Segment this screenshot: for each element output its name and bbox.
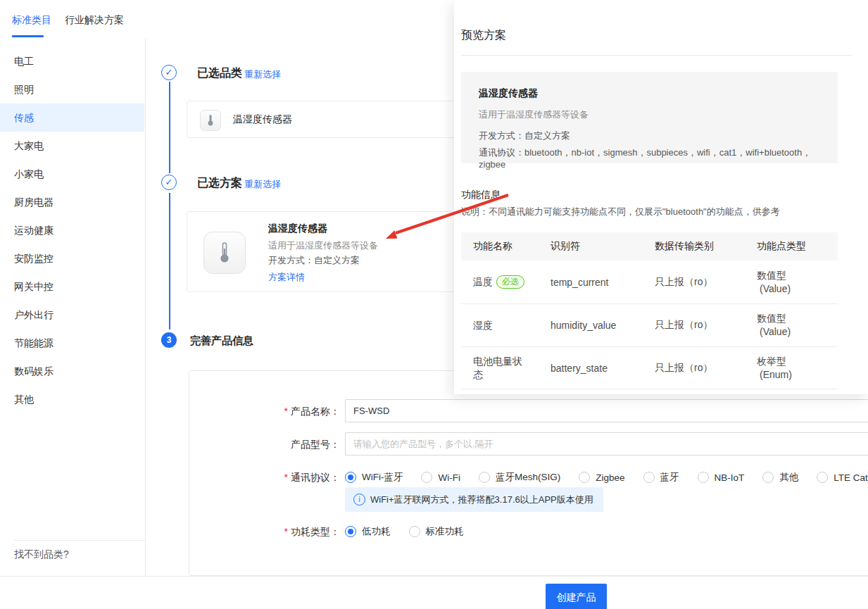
sidebar-item-large-appliance[interactable]: 大家电 bbox=[0, 132, 144, 160]
table-row: 电池电量状态 battery_state 只上报（ro） 枚举型(Enum) bbox=[461, 347, 838, 389]
protocol-label: *通讯协议： bbox=[213, 472, 340, 484]
function-info-title: 功能信息 bbox=[461, 189, 501, 201]
solution-dev-mode: 开发方式：自定义方案 bbox=[268, 254, 360, 267]
type-cell: 枚举型(Enum) bbox=[757, 355, 838, 382]
identifier-cell: battery_state bbox=[551, 363, 655, 374]
radio-bluetooth[interactable]: 蓝牙 bbox=[643, 471, 679, 484]
info-icon: i bbox=[353, 494, 365, 506]
sidebar-item-energy[interactable]: 节能能源 bbox=[0, 329, 144, 357]
radio-icon[interactable] bbox=[698, 472, 709, 483]
tab-standard-category[interactable]: 标准类目 bbox=[12, 14, 51, 27]
sidebar-item-sensor[interactable]: 传感 bbox=[0, 103, 144, 132]
radio-nbiot[interactable]: NB-IoT bbox=[698, 472, 745, 483]
preview-dev-mode: 开发方式：自定义方案 bbox=[479, 130, 838, 142]
sidebar-item-other[interactable]: 其他 bbox=[0, 385, 144, 413]
type-cell: 数值型(Value) bbox=[757, 269, 838, 296]
radio-other[interactable]: 其他 bbox=[762, 471, 798, 484]
category-tabbar: 标准类目 行业解决方案 bbox=[0, 0, 454, 39]
create-product-button[interactable]: 创建产品 bbox=[546, 584, 607, 609]
step1-check-icon: ✓ bbox=[161, 65, 177, 80]
power-type-label: *功耗类型： bbox=[213, 526, 340, 539]
sidebar-item-outdoor[interactable]: 户外出行 bbox=[0, 301, 144, 329]
radio-icon[interactable] bbox=[643, 472, 655, 483]
thermometer-icon-large bbox=[203, 232, 246, 274]
sidebar-item-security[interactable]: 安防监控 bbox=[0, 244, 144, 272]
preview-summary-card: 温湿度传感器 适用于温湿度传感器等设备 开发方式：自定义方案 通讯协议：blue… bbox=[461, 72, 838, 163]
radio-low-power[interactable]: 低功耗 bbox=[345, 525, 391, 538]
power-type-radio-group: 低功耗 标准功耗 bbox=[345, 525, 464, 538]
radio-lte-cat1[interactable]: LTE Cat.1 bbox=[817, 472, 868, 483]
table-row: 湿度 humidity_value 只上报（ro） 数值型(Value) bbox=[461, 304, 838, 347]
type-cell: 数值型(Value) bbox=[757, 312, 838, 339]
step-connector-2 bbox=[169, 193, 170, 329]
protocol-radio-group: WiFi-蓝牙 Wi-Fi 蓝牙Mesh(SIG) Zigbee 蓝牙 NB-I… bbox=[345, 471, 868, 484]
product-model-placeholder: 请输入您的产品型号，多个以,隔开 bbox=[353, 438, 493, 451]
radio-wifi[interactable]: Wi-Fi bbox=[421, 472, 460, 483]
product-model-label: 产品型号： bbox=[213, 439, 340, 451]
step1-reselect-link[interactable]: 重新选择 bbox=[244, 68, 281, 81]
sidebar-item-entertainment[interactable]: 数码娱乐 bbox=[0, 357, 144, 385]
footer-bar: 创建产品 bbox=[0, 576, 868, 609]
product-model-input[interactable]: 请输入您的产品型号，多个以,隔开 bbox=[345, 432, 868, 456]
radio-icon[interactable] bbox=[817, 472, 828, 483]
function-name-cell: 电池电量状态 bbox=[473, 355, 531, 382]
step2-check-icon: ✓ bbox=[161, 175, 177, 190]
solution-desc: 适用于温湿度传感器等设备 bbox=[268, 239, 378, 252]
sidebar-item-kitchen[interactable]: 厨房电器 bbox=[0, 188, 144, 216]
sidebar-item-gateway[interactable]: 网关中控 bbox=[0, 272, 144, 301]
identifier-cell: humidity_value bbox=[551, 320, 655, 331]
solution-detail-link[interactable]: 方案详情 bbox=[268, 271, 305, 284]
radio-icon[interactable] bbox=[345, 472, 356, 483]
col-function-name: 功能名称 bbox=[473, 240, 551, 253]
transfer-cell: 只上报（ro） bbox=[655, 362, 757, 375]
preview-solution-drawer: 预览方案 温湿度传感器 适用于温湿度传感器等设备 开发方式：自定义方案 通讯协议… bbox=[454, 0, 868, 394]
sidebar-item-electrical[interactable]: 电工 bbox=[0, 47, 144, 75]
radio-standard-power[interactable]: 标准功耗 bbox=[409, 525, 464, 538]
radio-icon[interactable] bbox=[762, 472, 774, 483]
protocol-hint-box: i WiFi+蓝牙联网方式，推荐搭配3.17.6以上APP版本使用 bbox=[345, 487, 603, 512]
radio-icon[interactable] bbox=[345, 526, 356, 537]
preview-solution-name: 温湿度传感器 bbox=[479, 87, 838, 100]
radio-icon[interactable] bbox=[409, 526, 420, 537]
step3-number-badge: 3 bbox=[161, 332, 177, 348]
sidebar-item-small-appliance[interactable]: 小家电 bbox=[0, 160, 144, 188]
drawer-title-divider bbox=[461, 55, 852, 56]
active-tab-underline bbox=[12, 35, 44, 37]
preview-drawer-title: 预览方案 bbox=[461, 28, 506, 43]
product-create-page: 标准类目 行业解决方案 电工 照明 传感 大家电 小家电 厨房电器 运动健康 安… bbox=[0, 0, 868, 609]
tab-industry-solutions[interactable]: 行业解决方案 bbox=[65, 14, 124, 27]
sidebar-item-lighting[interactable]: 照明 bbox=[0, 75, 144, 103]
radio-bt-mesh[interactable]: 蓝牙Mesh(SIG) bbox=[479, 471, 560, 484]
transfer-cell: 只上报（ro） bbox=[655, 276, 757, 289]
required-asterisk: * bbox=[284, 472, 288, 483]
radio-icon[interactable] bbox=[421, 472, 432, 483]
sidebar-footer-divider bbox=[14, 540, 145, 541]
step2-title: 已选方案 bbox=[197, 176, 242, 191]
radio-zigbee[interactable]: Zigbee bbox=[579, 472, 624, 483]
radio-wifi-bt[interactable]: WiFi-蓝牙 bbox=[345, 471, 403, 484]
table-row: 温度必选 temp_current 只上报（ro） 数值型(Value) bbox=[461, 260, 838, 304]
transfer-cell: 只上报（ro） bbox=[655, 319, 757, 332]
radio-icon[interactable] bbox=[479, 472, 490, 483]
preview-solution-desc: 适用于温湿度传感器等设备 bbox=[479, 108, 838, 121]
product-name-input[interactable]: FS-WSD bbox=[345, 399, 868, 422]
preview-protocols: 通讯协议：bluetooth，nb-iot，sigmesh，subpieces，… bbox=[479, 146, 838, 170]
required-badge: 必选 bbox=[496, 275, 524, 289]
sidebar-item-health[interactable]: 运动健康 bbox=[0, 216, 144, 244]
col-datapoint-type: 功能点类型 bbox=[757, 240, 838, 253]
solution-name: 温湿度传感器 bbox=[268, 222, 327, 235]
function-table: 功能名称 识别符 数据传输类别 功能点类型 温度必选 temp_current … bbox=[461, 232, 838, 389]
step2-reselect-link[interactable]: 重新选择 bbox=[244, 178, 281, 191]
required-asterisk: * bbox=[284, 406, 288, 417]
selected-category-name: 温湿度传感器 bbox=[233, 113, 292, 126]
radio-icon[interactable] bbox=[579, 472, 590, 483]
category-sidebar: 电工 照明 传感 大家电 小家电 厨房电器 运动健康 安防监控 网关中控 户外出… bbox=[0, 39, 146, 576]
step1-title: 已选品类 bbox=[197, 66, 242, 81]
col-identifier: 识别符 bbox=[551, 240, 655, 253]
function-name-cell: 湿度 bbox=[473, 319, 531, 332]
cannot-find-category-link[interactable]: 找不到品类? bbox=[14, 548, 69, 561]
function-name-cell: 温度必选 bbox=[473, 275, 531, 289]
function-info-note: 说明：不同通讯能力可能支持功能点不同，仅展示"bluetooth"的功能点，供参… bbox=[461, 206, 780, 218]
identifier-cell: temp_current bbox=[551, 277, 655, 288]
required-asterisk: * bbox=[284, 526, 288, 537]
